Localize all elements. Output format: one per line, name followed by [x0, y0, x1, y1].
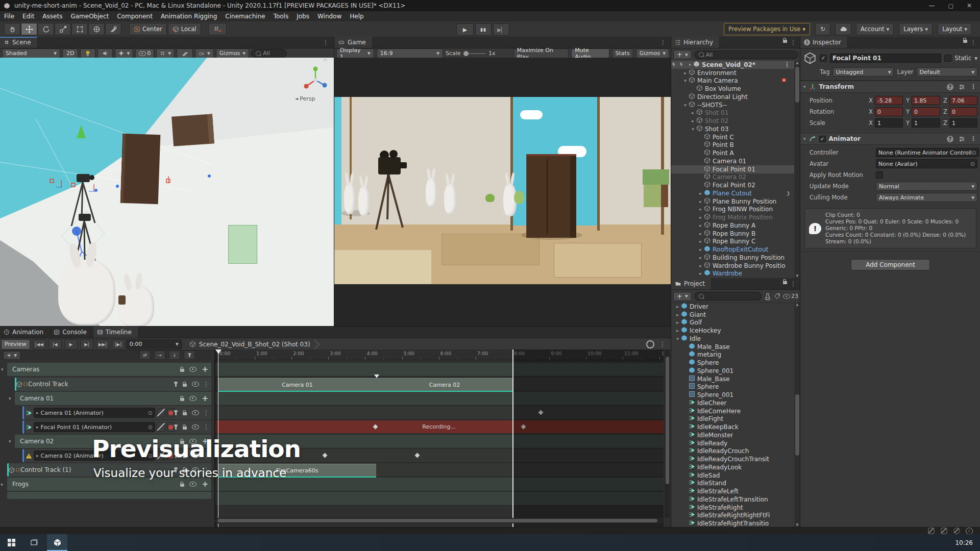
hierarchy-row[interactable]: ▸Rope Bunny A: [671, 221, 794, 230]
scene-grid-dropdown[interactable]: ▼: [156, 48, 175, 58]
hierarchy-search-input[interactable]: All: [694, 51, 798, 59]
timeline-lane[interactable]: [214, 392, 664, 406]
object-picker-icon[interactable]: ⊙: [972, 149, 976, 156]
hierarchy-row[interactable]: Camera 01: [671, 157, 794, 165]
hierarchy-row[interactable]: ▸Shot 02: [671, 117, 794, 125]
game-panel-menu-icon[interactable]: ⋮: [660, 39, 666, 48]
project-row[interactable]: IdleReadyCrouchTransit: [671, 455, 794, 463]
expander-icon[interactable]: ▸: [697, 199, 704, 204]
ripple-mode-button[interactable]: →: [154, 350, 165, 360]
timeline-ruler[interactable]: 0:001:002:003:004:005:006:007:008:009:00…: [214, 349, 664, 360]
tab-animation[interactable]: Animation: [0, 327, 50, 338]
project-row[interactable]: IdleComeHere: [671, 407, 794, 415]
project-row[interactable]: ▸Driver: [671, 303, 794, 311]
maximize-button[interactable]: ▢: [948, 3, 953, 9]
timeline-lane[interactable]: [214, 492, 664, 506]
rotate-tool-button[interactable]: [38, 23, 54, 35]
hierarchy-row[interactable]: ▸Wardrobe: [671, 270, 794, 278]
menu-item-component[interactable]: Component: [113, 11, 157, 21]
expander-icon[interactable]: ▸: [697, 255, 704, 260]
hierarchy-row[interactable]: ▾Main Camera: [671, 77, 794, 85]
track-menu-icon[interactable]: ⋮: [203, 466, 209, 473]
track-camera-02[interactable]: ▾Camera 02+: [15, 435, 211, 448]
curves-toggle-button[interactable]: [157, 451, 165, 460]
timeline-playhead-line[interactable]: [218, 349, 218, 528]
track-menu-icon[interactable]: ⋮: [203, 381, 209, 388]
add-component-button[interactable]: Add Component: [851, 259, 930, 270]
previous-frame-button[interactable]: |◀: [48, 339, 62, 349]
taskbar-clock[interactable]: 10:26: [955, 539, 973, 546]
timeline-lane[interactable]: [214, 363, 664, 377]
timeline-gear-icon[interactable]: [646, 340, 654, 348]
project-row[interactable]: metarig: [671, 351, 794, 359]
expander-icon[interactable]: ▸: [674, 312, 681, 317]
eye-icon[interactable]: [192, 453, 199, 458]
project-scrollbar-thumb[interactable]: [795, 394, 799, 456]
lock-icon[interactable]: [183, 427, 187, 430]
inspector-menu-icon[interactable]: ⋮: [970, 39, 976, 48]
expander-icon[interactable]: ▸: [697, 223, 704, 228]
hierarchy-row[interactable]: Focal Point 02: [671, 181, 794, 189]
preview-packages-button[interactable]: Preview Packages in Use▼: [724, 23, 810, 35]
expander-icon[interactable]: ▾: [674, 336, 681, 341]
help-icon[interactable]: ?: [947, 84, 953, 90]
eye-icon[interactable]: [189, 482, 197, 487]
animator-menu-icon[interactable]: ⋮: [970, 135, 976, 142]
expander-icon[interactable]: ▾: [1, 367, 4, 372]
shading-mode-dropdown[interactable]: Shaded▼: [2, 48, 60, 58]
static-dropdown-icon[interactable]: ▼: [974, 56, 977, 61]
replace-mode-button[interactable]: ↓: [169, 350, 180, 360]
debugger-detached-icon[interactable]: [928, 528, 935, 534]
lock-icon[interactable]: [180, 441, 184, 444]
scale-tool-button[interactable]: [55, 23, 71, 35]
lock-icon[interactable]: [183, 384, 187, 387]
track-cameras[interactable]: ▾Cameras+: [7, 363, 211, 376]
ok-status-icon[interactable]: ✓: [966, 528, 973, 535]
project-row[interactable]: ▸IceHockey: [671, 327, 794, 335]
track-empty[interactable]: [7, 492, 211, 499]
transform-menu-icon[interactable]: ⋮: [970, 83, 976, 90]
curves-toggle-button[interactable]: [157, 408, 165, 417]
move-tool-button[interactable]: [21, 23, 37, 35]
scene-effects-dropdown[interactable]: ▼: [115, 48, 133, 58]
object-picker-icon[interactable]: ⊙: [148, 453, 153, 459]
project-row[interactable]: IdleReadyCrouch: [671, 447, 794, 456]
animator-binding-field[interactable]: ▸Focal Point 01 (Animator)⊙: [34, 422, 155, 432]
rotation-x-field[interactable]: 0: [875, 107, 903, 116]
animator-enabled-checkbox[interactable]: ✓: [819, 136, 826, 142]
play-button[interactable]: ▶: [456, 23, 474, 36]
project-row[interactable]: IdleStrafeRightTransitio: [671, 519, 794, 527]
tab-timeline[interactable]: Timeline: [93, 327, 138, 338]
grid-snap-button[interactable]: [208, 23, 227, 35]
undo-history-icon[interactable]: ↻: [815, 23, 830, 35]
track-control-track[interactable]: {}Control Track⋮: [15, 378, 211, 391]
project-row[interactable]: Sphere: [671, 383, 794, 391]
game-viewport[interactable]: [334, 58, 671, 326]
eye-icon[interactable]: [192, 467, 199, 472]
go-to-start-button[interactable]: |◀◀: [33, 339, 46, 349]
menu-item-gameobject[interactable]: GameObject: [66, 11, 113, 21]
project-row[interactable]: ▾Idle: [671, 335, 794, 343]
go-to-end-button[interactable]: ▶▶|: [96, 339, 109, 349]
project-row[interactable]: IdleStrafeLeftTransition: [671, 495, 794, 504]
hierarchy-row[interactable]: Box Volume: [671, 85, 794, 93]
tab-inspector[interactable]: i Inspector: [800, 37, 848, 48]
lock-icon[interactable]: [180, 484, 184, 487]
hierarchy-row[interactable]: ▾Shot 03: [671, 125, 794, 133]
menu-item-help[interactable]: Help: [346, 11, 368, 21]
scale-slider[interactable]: [463, 53, 486, 54]
hierarchy-row[interactable]: ▸Building Bunny Position: [671, 254, 794, 262]
scene-panel-menu-icon[interactable]: ⋮: [323, 39, 329, 48]
eye-icon[interactable]: [192, 424, 199, 430]
project-add-button[interactable]: +▼: [673, 292, 692, 301]
scale-x-field[interactable]: 1: [875, 118, 903, 128]
expander-icon[interactable]: ▾: [682, 103, 689, 108]
scene-lighting-icon[interactable]: [80, 48, 95, 58]
track-focal-point-01-animator-[interactable]: ▸Focal Point 01 (Animator)⊙⋮: [22, 420, 211, 434]
timeline-clip[interactable]: FlmCamera60s: [218, 464, 376, 478]
transform-tool-button[interactable]: [88, 23, 105, 35]
hierarchy-row[interactable]: ▸Plane Bunny Position: [671, 197, 794, 206]
aspect-ratio-dropdown[interactable]: 16:9▼: [377, 48, 443, 58]
maximize-on-play-toggle[interactable]: Maximize On Play: [513, 48, 569, 58]
layout-dropdown[interactable]: Layout▼: [938, 23, 972, 35]
